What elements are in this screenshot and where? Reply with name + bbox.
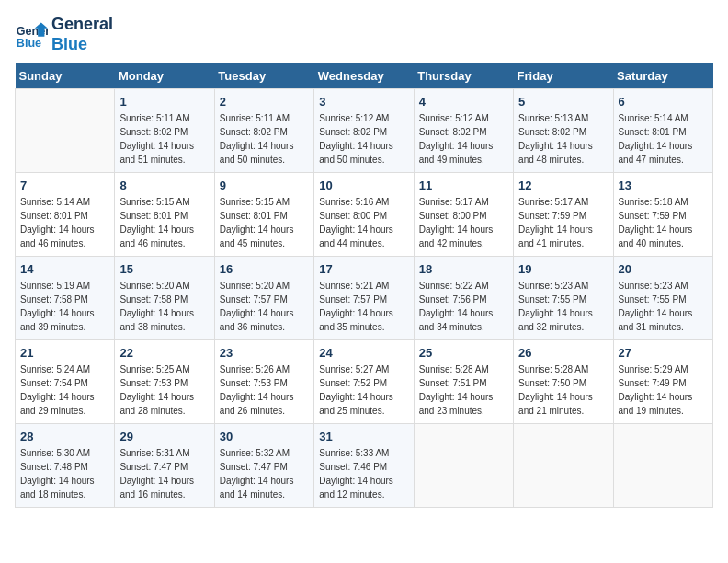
calendar-cell: 18Sunrise: 5:22 AMSunset: 7:56 PMDayligh… bbox=[414, 257, 513, 340]
day-number: 25 bbox=[419, 346, 508, 360]
day-number: 18 bbox=[419, 262, 508, 276]
day-info: Sunrise: 5:25 AMSunset: 7:53 PMDaylight:… bbox=[119, 362, 209, 418]
day-info: Sunrise: 5:28 AMSunset: 7:51 PMDaylight:… bbox=[419, 362, 508, 418]
day-info: Sunrise: 5:17 AMSunset: 7:59 PMDaylight:… bbox=[518, 195, 608, 250]
day-info: Sunrise: 5:14 AMSunset: 8:01 PMDaylight:… bbox=[619, 111, 708, 167]
calendar-cell: 28Sunrise: 5:30 AMSunset: 7:48 PMDayligh… bbox=[16, 424, 115, 508]
day-info: Sunrise: 5:12 AMSunset: 8:02 PMDaylight:… bbox=[319, 111, 408, 167]
calendar-cell: 1Sunrise: 5:11 AMSunset: 8:02 PMDaylight… bbox=[115, 89, 214, 173]
day-number: 24 bbox=[319, 346, 408, 360]
day-number: 2 bbox=[220, 95, 309, 109]
calendar-cell bbox=[16, 89, 115, 173]
calendar-cell: 27Sunrise: 5:29 AMSunset: 7:49 PMDayligh… bbox=[613, 340, 712, 424]
calendar-cell: 9Sunrise: 5:15 AMSunset: 8:01 PMDaylight… bbox=[214, 173, 313, 257]
day-number: 22 bbox=[119, 346, 209, 360]
day-number: 1 bbox=[119, 95, 209, 109]
calendar-cell: 8Sunrise: 5:15 AMSunset: 8:01 PMDaylight… bbox=[115, 173, 214, 257]
day-info: Sunrise: 5:30 AMSunset: 7:48 PMDaylight:… bbox=[20, 446, 109, 501]
calendar-cell: 7Sunrise: 5:14 AMSunset: 8:01 PMDaylight… bbox=[16, 173, 115, 257]
day-number: 16 bbox=[220, 262, 309, 276]
header-cell-thursday: Thursday bbox=[414, 63, 513, 89]
day-info: Sunrise: 5:33 AMSunset: 7:46 PMDaylight:… bbox=[319, 446, 408, 501]
calendar-cell bbox=[613, 424, 712, 508]
logo-line1: General bbox=[51, 15, 113, 35]
header-cell-tuesday: Tuesday bbox=[214, 63, 313, 89]
day-info: Sunrise: 5:15 AMSunset: 8:01 PMDaylight:… bbox=[220, 195, 309, 250]
day-number: 23 bbox=[220, 346, 309, 360]
day-info: Sunrise: 5:32 AMSunset: 7:47 PMDaylight:… bbox=[220, 446, 309, 501]
day-info: Sunrise: 5:13 AMSunset: 8:02 PMDaylight:… bbox=[518, 111, 608, 167]
day-info: Sunrise: 5:15 AMSunset: 8:01 PMDaylight:… bbox=[119, 195, 209, 250]
day-number: 11 bbox=[419, 178, 508, 192]
day-number: 6 bbox=[619, 95, 708, 109]
calendar-table: SundayMondayTuesdayWednesdayThursdayFrid… bbox=[15, 63, 713, 508]
calendar-cell bbox=[514, 424, 613, 508]
logo-icon: General Blue bbox=[15, 18, 48, 52]
header-cell-saturday: Saturday bbox=[613, 63, 712, 89]
day-number: 12 bbox=[518, 178, 608, 192]
calendar-cell: 24Sunrise: 5:27 AMSunset: 7:52 PMDayligh… bbox=[314, 340, 414, 424]
day-info: Sunrise: 5:11 AMSunset: 8:02 PMDaylight:… bbox=[119, 111, 209, 167]
day-number: 30 bbox=[220, 430, 309, 443]
calendar-cell: 14Sunrise: 5:19 AMSunset: 7:58 PMDayligh… bbox=[16, 257, 115, 340]
page-header: General Blue General Blue bbox=[15, 15, 713, 54]
calendar-cell: 21Sunrise: 5:24 AMSunset: 7:54 PMDayligh… bbox=[16, 340, 115, 424]
day-info: Sunrise: 5:23 AMSunset: 7:55 PMDaylight:… bbox=[518, 279, 608, 334]
logo: General Blue General Blue bbox=[15, 15, 113, 54]
svg-text:Blue: Blue bbox=[17, 36, 41, 49]
calendar-cell: 31Sunrise: 5:33 AMSunset: 7:46 PMDayligh… bbox=[314, 424, 414, 508]
calendar-cell: 5Sunrise: 5:13 AMSunset: 8:02 PMDaylight… bbox=[514, 89, 613, 173]
day-number: 4 bbox=[419, 95, 508, 109]
day-number: 28 bbox=[20, 430, 109, 443]
day-number: 13 bbox=[619, 178, 708, 192]
header-cell-sunday: Sunday bbox=[16, 63, 115, 89]
day-number: 7 bbox=[20, 178, 109, 192]
calendar-week-4: 28Sunrise: 5:30 AMSunset: 7:48 PMDayligh… bbox=[16, 424, 713, 508]
calendar-cell: 13Sunrise: 5:18 AMSunset: 7:59 PMDayligh… bbox=[613, 173, 712, 257]
day-number: 26 bbox=[518, 346, 608, 360]
day-info: Sunrise: 5:20 AMSunset: 7:57 PMDaylight:… bbox=[220, 279, 309, 334]
day-info: Sunrise: 5:20 AMSunset: 7:58 PMDaylight:… bbox=[119, 279, 209, 334]
day-info: Sunrise: 5:29 AMSunset: 7:49 PMDaylight:… bbox=[619, 362, 708, 418]
calendar-cell: 26Sunrise: 5:28 AMSunset: 7:50 PMDayligh… bbox=[514, 340, 613, 424]
calendar-cell: 30Sunrise: 5:32 AMSunset: 7:47 PMDayligh… bbox=[214, 424, 313, 508]
day-number: 27 bbox=[619, 346, 708, 360]
day-info: Sunrise: 5:26 AMSunset: 7:53 PMDaylight:… bbox=[220, 362, 309, 418]
day-info: Sunrise: 5:18 AMSunset: 7:59 PMDaylight:… bbox=[619, 195, 708, 250]
calendar-cell: 16Sunrise: 5:20 AMSunset: 7:57 PMDayligh… bbox=[214, 257, 313, 340]
day-info: Sunrise: 5:12 AMSunset: 8:02 PMDaylight:… bbox=[419, 111, 508, 167]
day-info: Sunrise: 5:16 AMSunset: 8:00 PMDaylight:… bbox=[319, 195, 408, 250]
day-info: Sunrise: 5:23 AMSunset: 7:55 PMDaylight:… bbox=[619, 279, 708, 334]
day-info: Sunrise: 5:19 AMSunset: 7:58 PMDaylight:… bbox=[20, 279, 109, 334]
calendar-cell: 29Sunrise: 5:31 AMSunset: 7:47 PMDayligh… bbox=[115, 424, 214, 508]
day-number: 5 bbox=[518, 95, 608, 109]
day-info: Sunrise: 5:31 AMSunset: 7:47 PMDaylight:… bbox=[119, 446, 209, 501]
calendar-cell: 2Sunrise: 5:11 AMSunset: 8:02 PMDaylight… bbox=[214, 89, 313, 173]
day-info: Sunrise: 5:14 AMSunset: 8:01 PMDaylight:… bbox=[20, 195, 109, 250]
day-info: Sunrise: 5:21 AMSunset: 7:57 PMDaylight:… bbox=[319, 279, 408, 334]
header-cell-wednesday: Wednesday bbox=[314, 63, 414, 89]
day-number: 19 bbox=[518, 262, 608, 276]
day-number: 10 bbox=[319, 178, 408, 192]
day-number: 17 bbox=[319, 262, 408, 276]
calendar-cell: 3Sunrise: 5:12 AMSunset: 8:02 PMDaylight… bbox=[314, 89, 414, 173]
day-number: 20 bbox=[619, 262, 708, 276]
calendar-week-3: 21Sunrise: 5:24 AMSunset: 7:54 PMDayligh… bbox=[16, 340, 713, 424]
day-info: Sunrise: 5:28 AMSunset: 7:50 PMDaylight:… bbox=[518, 362, 608, 418]
calendar-cell: 20Sunrise: 5:23 AMSunset: 7:55 PMDayligh… bbox=[613, 257, 712, 340]
logo-line2: Blue bbox=[51, 35, 113, 55]
calendar-cell: 19Sunrise: 5:23 AMSunset: 7:55 PMDayligh… bbox=[514, 257, 613, 340]
calendar-cell: 22Sunrise: 5:25 AMSunset: 7:53 PMDayligh… bbox=[115, 340, 214, 424]
calendar-cell: 4Sunrise: 5:12 AMSunset: 8:02 PMDaylight… bbox=[414, 89, 513, 173]
calendar-header-row: SundayMondayTuesdayWednesdayThursdayFrid… bbox=[16, 63, 713, 89]
calendar-cell: 6Sunrise: 5:14 AMSunset: 8:01 PMDaylight… bbox=[613, 89, 712, 173]
calendar-cell: 10Sunrise: 5:16 AMSunset: 8:00 PMDayligh… bbox=[314, 173, 414, 257]
calendar-cell: 11Sunrise: 5:17 AMSunset: 8:00 PMDayligh… bbox=[414, 173, 513, 257]
header-cell-friday: Friday bbox=[514, 63, 613, 89]
calendar-cell: 15Sunrise: 5:20 AMSunset: 7:58 PMDayligh… bbox=[115, 257, 214, 340]
day-info: Sunrise: 5:27 AMSunset: 7:52 PMDaylight:… bbox=[319, 362, 408, 418]
day-number: 8 bbox=[119, 178, 209, 192]
day-number: 15 bbox=[119, 262, 209, 276]
calendar-cell: 17Sunrise: 5:21 AMSunset: 7:57 PMDayligh… bbox=[314, 257, 414, 340]
calendar-week-2: 14Sunrise: 5:19 AMSunset: 7:58 PMDayligh… bbox=[16, 257, 713, 340]
